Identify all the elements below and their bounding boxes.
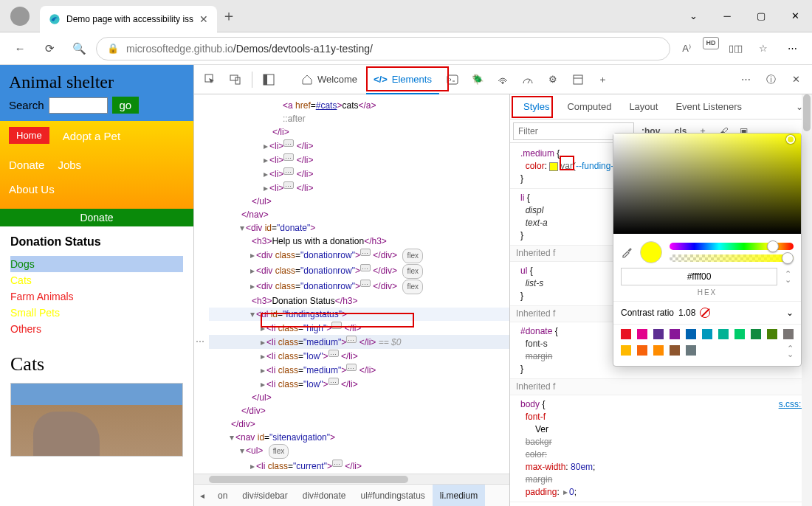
browser-tab[interactable]: Demo page with accessibility iss ✕ — [40, 6, 217, 32]
nav-adopt[interactable]: Adopt a Pet — [63, 127, 120, 150]
tab-eventlisteners[interactable]: Event Listeners — [667, 94, 751, 119]
color-swatch[interactable] — [686, 329, 696, 339]
refresh-button[interactable]: ⟳ — [37, 36, 62, 61]
donation-status-section: Donation Status Dogs Cats Farm Animals S… — [0, 226, 193, 346]
page-title: Animal shelter — [9, 72, 185, 92]
edge-icon — [49, 13, 61, 25]
status-small[interactable]: Small Pets — [10, 305, 183, 321]
color-swatch[interactable] — [653, 329, 664, 339]
help-icon[interactable]: ⓘ — [759, 68, 782, 91]
elements-icon: </> — [374, 74, 388, 85]
color-swatch[interactable] — [718, 329, 729, 339]
search-input[interactable] — [49, 97, 108, 114]
inspect-icon[interactable] — [199, 68, 222, 91]
crumb-on[interactable]: on — [210, 485, 235, 506]
styles-tabs: Styles Computed Layout Event Listeners ⌄ — [510, 94, 812, 119]
vertical-scrollbar[interactable] — [802, 94, 812, 506]
dom-tree[interactable]: <a href=#cats>cats</a> ::after </li> ▸<l… — [194, 94, 509, 474]
format-toggle[interactable]: ⌃⌄ — [782, 271, 794, 283]
page-header: Animal shelter Search go — [0, 65, 193, 121]
swatch-more[interactable]: ⌃⌄ — [787, 345, 794, 357]
window-controls: ⌄ ─ ▢ ✕ — [676, 4, 812, 28]
page-preview: Animal shelter Search go Home Adopt a Pe… — [0, 65, 193, 506]
color-swatch[interactable] — [621, 345, 631, 356]
alpha-slider[interactable] — [670, 254, 794, 262]
address-bar[interactable]: 🔒 microsoftedge.github.io/Demos/devtools… — [96, 37, 670, 60]
hd-icon[interactable]: HD — [703, 37, 719, 49]
device-icon[interactable] — [224, 68, 247, 91]
rule-body: s.css:1 body { font-f Ver backgr color: … — [510, 395, 812, 502]
bug-icon[interactable]: 🪲 — [466, 68, 489, 91]
console-icon[interactable] — [441, 68, 464, 91]
color-swatch[interactable] — [767, 329, 777, 339]
search-icon[interactable]: 🔍 — [66, 36, 92, 61]
tab-styles[interactable]: Styles — [515, 94, 558, 119]
performance-icon[interactable] — [516, 68, 540, 91]
read-aloud-icon[interactable]: A⁾ — [675, 37, 698, 60]
donate-button[interactable]: Donate — [0, 209, 193, 226]
color-swatch[interactable] — [621, 329, 631, 339]
status-dogs[interactable]: Dogs — [10, 256, 183, 272]
color-swatch[interactable] — [670, 329, 680, 339]
color-swatch[interactable] — [686, 345, 696, 356]
dock-icon[interactable] — [257, 68, 281, 91]
tab-computed[interactable]: Computed — [558, 94, 620, 119]
new-tab-button[interactable]: ＋ — [221, 6, 236, 26]
url-text: microsoftedge.github.io/Demos/devtools-a… — [126, 43, 373, 55]
color-swatch[interactable] — [670, 345, 680, 356]
tab-layout[interactable]: Layout — [620, 94, 667, 119]
tab-close-icon[interactable]: ✕ — [199, 13, 208, 25]
devtools-more-icon[interactable]: ⋯ — [734, 68, 757, 91]
color-swatch[interactable] — [637, 345, 647, 356]
profile-avatar[interactable] — [10, 7, 30, 26]
minimize-button[interactable]: ─ — [710, 4, 744, 28]
crumb-sidebar[interactable]: div#sidebar — [235, 485, 295, 506]
contrast-row[interactable]: Contrast ratio 1.08 ⌄ — [613, 301, 801, 324]
color-swatch[interactable] — [653, 345, 664, 356]
add-tab-icon[interactable]: ＋ — [591, 68, 615, 91]
memory-icon[interactable]: ⚙ — [541, 68, 565, 91]
hue-slider[interactable] — [670, 243, 794, 250]
color-preview — [640, 241, 662, 263]
color-swatch[interactable] — [637, 329, 647, 339]
color-swatch[interactable] — [702, 329, 712, 339]
horizontal-scrollbar[interactable] — [194, 474, 509, 484]
color-swatch[interactable] — [783, 329, 794, 339]
status-cats[interactable]: Cats — [10, 272, 183, 288]
lock-icon: 🔒 — [107, 43, 119, 54]
go-button[interactable]: go — [112, 97, 140, 114]
color-handle[interactable] — [786, 135, 795, 144]
crumb-donate[interactable]: div#donate — [295, 485, 354, 506]
crumb-fundingstatus[interactable]: ul#fundingstatus — [353, 485, 432, 506]
eyedropper-icon[interactable] — [621, 246, 633, 258]
maximize-button[interactable]: ▢ — [744, 4, 778, 28]
crumb-left-icon[interactable]: ◂ — [194, 491, 210, 501]
svg-line-8 — [528, 80, 530, 83]
nav-jobs[interactable]: Jobs — [58, 156, 81, 174]
chevron-down-icon[interactable]: ⌄ — [676, 4, 710, 28]
nav-about[interactable]: About Us — [9, 180, 185, 198]
nav-home[interactable]: Home — [9, 127, 49, 144]
close-button[interactable]: ✕ — [778, 4, 812, 28]
color-swatch[interactable] — [751, 329, 761, 339]
devtools-close-icon[interactable]: ✕ — [784, 68, 808, 91]
cat-photo — [10, 383, 183, 457]
more-menu-button[interactable]: ⋯ — [780, 43, 805, 54]
saturation-field[interactable] — [613, 134, 801, 234]
home-icon — [301, 74, 313, 86]
tab-welcome[interactable]: Welcome — [294, 65, 365, 94]
back-button[interactable]: ← — [7, 36, 32, 61]
crumb-limedium[interactable]: li.medium — [433, 485, 485, 506]
elements-tree-pane: <a href=#cats>cats</a> ::after </li> ▸<l… — [194, 94, 510, 506]
tab-elements[interactable]: </> Elements — [366, 65, 439, 94]
favorite-icon[interactable]: ☆ — [751, 37, 775, 60]
svg-rect-6 — [447, 75, 458, 84]
status-farm[interactable]: Farm Animals — [10, 288, 183, 305]
application-icon[interactable] — [566, 68, 590, 91]
nav-donate[interactable]: Donate — [9, 156, 44, 174]
color-swatch[interactable] — [734, 329, 745, 339]
hex-input[interactable] — [621, 268, 777, 285]
reader-icon[interactable]: ▯◫ — [723, 37, 747, 60]
status-others[interactable]: Others — [10, 321, 183, 337]
network-icon[interactable] — [491, 68, 515, 91]
